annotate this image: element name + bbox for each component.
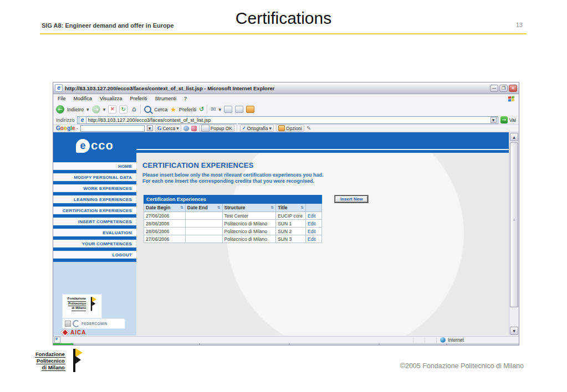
- scroll-down-icon[interactable]: ▼: [510, 327, 518, 335]
- go-button[interactable]: → Vai: [500, 116, 516, 123]
- fpm-line3: di Milano: [71, 306, 86, 311]
- column-actions: [306, 204, 322, 212]
- edit-page-icon[interactable]: [235, 106, 243, 113]
- column-structure[interactable]: Structure⇅: [222, 204, 276, 212]
- windows-logo-icon: [508, 96, 514, 101]
- home-icon[interactable]: ⌂: [130, 106, 137, 113]
- spellcheck-button[interactable]: ✓ Ortografia ▼: [240, 125, 274, 132]
- column-date-begin[interactable]: Date Begin⇅: [144, 204, 186, 212]
- menu-help[interactable]: ?: [184, 96, 187, 101]
- column-title[interactable]: Title⇅: [276, 204, 306, 212]
- forward-icon[interactable]: →: [92, 105, 100, 114]
- sort-icon[interactable]: ⇅: [270, 205, 274, 210]
- sidebar-item-insert-competences[interactable]: INSERT COMPETENCES: [53, 218, 136, 225]
- menu-preferiti[interactable]: Preferiti: [130, 96, 147, 101]
- window-title: http://83.103.127.200/ecco3/faces/contex…: [65, 85, 488, 91]
- edit-link[interactable]: Edit: [306, 212, 322, 220]
- highlight-icon[interactable]: [191, 126, 197, 131]
- spellcheck-dropdown-icon: ▼: [269, 126, 272, 130]
- ecco-logo[interactable]: e cco: [53, 132, 136, 159]
- sidebar-item-work-experiences[interactable]: WORK EXPERIENCES: [53, 184, 136, 192]
- cell-structure: Test Center: [222, 212, 276, 220]
- refresh-icon[interactable]: ↻: [119, 105, 127, 114]
- sidebar-item-logout[interactable]: LOGOUT: [53, 251, 136, 259]
- footer-fondazione-logo: Fondazione Politecnico di Milano: [35, 348, 83, 373]
- scroll-up-icon[interactable]: ▲: [510, 133, 518, 141]
- page-number: 13: [516, 22, 523, 28]
- sidebar-nav: HOME MODIFY PERSONAL DATA WORK EXPERIENC…: [53, 159, 136, 262]
- menu-strumenti[interactable]: Strumenti: [155, 96, 176, 101]
- popup-label: Popup OK: [211, 126, 232, 131]
- menu-file[interactable]: File: [58, 96, 66, 101]
- sidebar-item-home[interactable]: HOME: [53, 162, 136, 170]
- sidebar-item-your-competences[interactable]: YOUR COMPETENCES: [53, 240, 136, 247]
- pencil-icon[interactable]: ✎: [307, 125, 311, 131]
- address-field[interactable]: e ▼: [77, 116, 498, 124]
- address-input[interactable]: [88, 117, 489, 123]
- column-date-end[interactable]: Date End⇅: [185, 204, 222, 212]
- sidebar-item-modify-personal-data[interactable]: MODIFY PERSONAL DATA: [53, 173, 136, 181]
- status-panel: [415, 337, 425, 343]
- stop-icon[interactable]: ✕: [108, 105, 116, 114]
- menu-visualizza[interactable]: Visualizza: [100, 96, 122, 101]
- sidebar-item-evaluation[interactable]: EVALUATION: [53, 229, 136, 236]
- address-label: Indirizzo: [56, 117, 75, 123]
- favorites-star-icon[interactable]: ★: [170, 106, 176, 114]
- edit-link[interactable]: Edit: [306, 228, 322, 235]
- edit-link[interactable]: Edit: [306, 220, 322, 228]
- vertical-scrollbar[interactable]: ▲ ▼: [509, 132, 519, 336]
- address-dropdown-icon[interactable]: ▼: [491, 117, 497, 123]
- options-icon: [278, 125, 285, 131]
- fpm-line2: Politecnico: [68, 302, 86, 307]
- cell-structure: Politecnico di Milano: [222, 228, 276, 235]
- forward-dropdown-icon[interactable]: ▼: [103, 107, 106, 111]
- insert-new-button[interactable]: Insert New: [335, 195, 368, 203]
- scrollbar-thumb[interactable]: [510, 142, 518, 307]
- cell-date-end: [185, 228, 222, 235]
- intro-line1: Please insert below only the most rileva…: [142, 172, 324, 178]
- cell-title: SUN 1: [276, 220, 306, 228]
- table-row: 27/06/2006 Test Center EUCIP core Edit: [144, 212, 322, 220]
- history-icon[interactable]: ↺: [199, 106, 204, 113]
- back-icon[interactable]: ←: [56, 105, 64, 114]
- google-search-button[interactable]: G Cerca ▼: [155, 125, 181, 132]
- menu-modifica[interactable]: Modifica: [74, 96, 93, 101]
- restore-button[interactable]: ❐: [499, 85, 508, 92]
- google-toolbar: Google - ▼ G Cerca ▼ Popup OK ✓ Ortograf…: [53, 125, 519, 132]
- page-info-icon[interactable]: [183, 126, 189, 131]
- options-button[interactable]: Opzioni: [276, 125, 304, 132]
- table-row: 28/06/2006 Politecnico di Milano SUN 2 E…: [144, 228, 322, 235]
- footer-logo-line3: di Milano: [42, 364, 65, 371]
- sidebar-item-learning-experiences[interactable]: LEARNING EXPERIENCES: [53, 195, 136, 203]
- toolbar-separator: [140, 105, 141, 114]
- search-icon[interactable]: [144, 106, 151, 113]
- sort-icon[interactable]: ⇅: [300, 205, 304, 210]
- federcomin-c-icon: [73, 320, 80, 327]
- favorites-label[interactable]: Preferiti: [179, 107, 196, 112]
- sidebar-item-certification-experiences[interactable]: CERTIFICATION EXPERIENCES: [53, 207, 136, 214]
- google-search-dropdown-icon[interactable]: ▼: [147, 125, 153, 131]
- cell-title: SUN 2: [276, 228, 306, 235]
- cell-date-begin: 28/06/2006: [144, 220, 186, 228]
- popup-icon: [201, 125, 210, 132]
- minimize-button[interactable]: —: [490, 85, 498, 92]
- back-label[interactable]: Indietro: [67, 107, 84, 112]
- status-message-panel: [62, 337, 413, 343]
- main-panel: CERTIFICATION EXPERIENCES Please insert …: [136, 132, 509, 336]
- google-search-input[interactable]: [80, 125, 145, 132]
- sort-icon[interactable]: ⇅: [180, 205, 183, 210]
- print-icon[interactable]: [224, 106, 232, 113]
- popup-blocker-button[interactable]: Popup OK: [199, 125, 234, 132]
- back-dropdown-icon[interactable]: ▼: [86, 107, 89, 111]
- browser-titlebar[interactable]: e http://83.103.127.200/ecco3/faces/cont…: [53, 82, 519, 94]
- search-label[interactable]: Cerca: [154, 107, 167, 112]
- close-button[interactable]: ✕: [509, 85, 517, 92]
- table-header-row: Date Begin⇅ Date End⇅ Structure⇅ Title⇅: [144, 204, 322, 212]
- mail-icon[interactable]: ✉: [211, 106, 216, 113]
- edit-link[interactable]: Edit: [306, 235, 322, 243]
- cell-date-end: [185, 212, 222, 220]
- cell-title: EUCIP core: [276, 212, 306, 220]
- mail-dropdown-icon[interactable]: ▼: [219, 107, 222, 111]
- messenger-icon[interactable]: [246, 106, 254, 113]
- sort-icon[interactable]: ⇅: [217, 205, 221, 210]
